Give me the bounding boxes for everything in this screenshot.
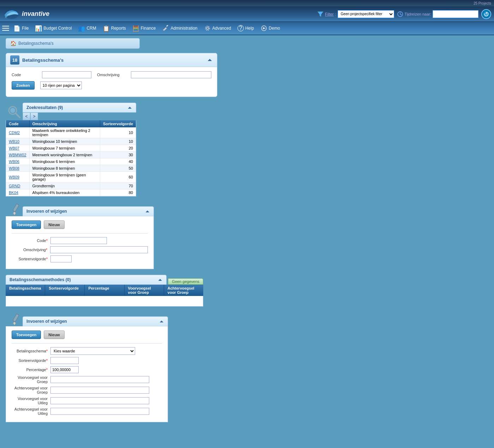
search-section-body: Code Omschrijving Zoeken 10 rijen per pa… bbox=[6, 67, 217, 97]
col-code: Code bbox=[6, 120, 29, 127]
home-icon[interactable]: 🏠 bbox=[10, 41, 16, 46]
betalingsschema-select[interactable]: Kies waarde bbox=[50, 347, 135, 355]
content-area: 🏠 Betalingsschema's 18 Betalingsschema's… bbox=[0, 35, 494, 448]
methods-col-percentage: Percentage bbox=[85, 285, 124, 296]
achtervoegsel-groep-field-row: Achtervoegsel voor Groep bbox=[12, 386, 162, 394]
nav-item-crm[interactable]: 👥 CRM bbox=[75, 24, 99, 33]
rows-per-page-select[interactable]: 10 rijen per pagina 25 rijen per pagina … bbox=[40, 81, 82, 89]
table-cell-code[interactable]: WB06 bbox=[6, 158, 29, 165]
sorteervolgorde-field-row: Sorteervolgorde* bbox=[12, 255, 148, 262]
results-nav-right[interactable]: > bbox=[30, 113, 38, 120]
results-table-container: Code Omschrijving Sorteervolgorde CDM2 M… bbox=[6, 120, 136, 196]
results-collapse-btn[interactable]: ⏶ bbox=[127, 105, 132, 110]
invoer-2-divider bbox=[12, 343, 162, 344]
svg-point-11 bbox=[205, 26, 210, 30]
geen-gegevens-button[interactable]: Geen gegevens bbox=[168, 278, 203, 285]
table-row[interactable]: BK04 Afspitsen 4% bureaukosten 80 bbox=[6, 189, 136, 196]
achtervoegsel-groep-input[interactable] bbox=[50, 387, 149, 394]
omschrijving-input[interactable] bbox=[131, 71, 211, 78]
table-cell-code[interactable]: WB08 bbox=[6, 165, 29, 172]
results-nav-left[interactable]: < bbox=[23, 113, 30, 120]
table-row[interactable]: WB10 Woningbouw 10 termijnen 10 bbox=[6, 138, 136, 145]
invoer-code-input[interactable] bbox=[50, 237, 107, 244]
filter-section: Filter : Geen projectspecifiek filter bbox=[317, 10, 394, 18]
table-cell-sort: 10 bbox=[100, 127, 136, 138]
filter-colon: : bbox=[335, 12, 336, 16]
nav-label-administration: Administration bbox=[170, 26, 197, 31]
nav-item-advanced[interactable]: Advanced bbox=[201, 23, 234, 33]
invoer-sorteervolgorde-label: Sorteervolgorde* bbox=[12, 257, 50, 261]
invoer-2-collapse[interactable]: ⏶ bbox=[159, 319, 164, 324]
omschrijving-label: Omschrijving bbox=[97, 73, 125, 77]
table-cell-code[interactable]: WBMW02 bbox=[6, 152, 29, 158]
sorteervolgorde2-input[interactable] bbox=[50, 357, 79, 364]
demo-icon bbox=[260, 25, 267, 32]
search-button[interactable]: Zoeken bbox=[12, 81, 35, 90]
table-row[interactable]: WB06 Woningbouw 6 termijnen 40 bbox=[6, 158, 136, 165]
achtervoegsel-uitleg-input[interactable] bbox=[50, 408, 149, 415]
add-button-1[interactable]: Toevoegen bbox=[12, 220, 41, 229]
nav-label-budget-control: Budget Control bbox=[43, 26, 72, 31]
filter-select[interactable]: Geen projectspecifiek filter bbox=[338, 10, 394, 18]
methods-header: Betalingsschemamethodes (0) ⏶ bbox=[6, 275, 167, 285]
nav-item-finance[interactable]: 🧮 Finance bbox=[129, 24, 159, 33]
methods-collapse[interactable]: ⏶ bbox=[158, 277, 163, 283]
nav-label-crm: CRM bbox=[86, 26, 96, 31]
voorvoegsel-groep-input[interactable] bbox=[50, 376, 149, 383]
invoer-sorteervolgorde-input[interactable] bbox=[50, 255, 72, 262]
table-row[interactable]: WB08 Woningbouw 8 termijnen 50 bbox=[6, 165, 136, 172]
code-label: Code bbox=[12, 73, 36, 77]
nav-item-reports[interactable]: 📋 Reports bbox=[100, 24, 129, 33]
table-row[interactable]: WB09 Woningbouw 9 termijnen (geen garage… bbox=[6, 172, 136, 183]
logo: invantive bbox=[3, 8, 49, 20]
results-section: Zoekresultaten (9) ⏶ < > Code Omschrijvi… bbox=[6, 103, 136, 196]
table-row[interactable]: GRND Grondtermijn 70 bbox=[6, 183, 136, 189]
new-button-2[interactable]: Nieuw bbox=[44, 331, 64, 339]
voorvoegsel-groep-field-row: Voorvoegsel voor Groep bbox=[12, 375, 162, 384]
table-cell-sort: 50 bbox=[100, 165, 136, 172]
voorvoegsel-uitleg-field-row: Voorvoegsel voor Uitleg bbox=[12, 396, 162, 405]
invoer-omschrijving-label: Omschrijving* bbox=[12, 248, 50, 252]
nav-item-help[interactable]: ? Help bbox=[235, 24, 257, 33]
table-cell-code[interactable]: WB09 bbox=[6, 172, 29, 183]
invoer-omschrijving-input[interactable] bbox=[50, 246, 148, 253]
invoer-1-collapse[interactable]: ⏶ bbox=[145, 208, 150, 214]
achtervoegsel-groep-label: Achtervoegsel voor Groep bbox=[12, 386, 50, 394]
percentage-input[interactable]: 100,00000 bbox=[50, 366, 79, 373]
voorvoegsel-uitleg-input[interactable] bbox=[50, 397, 149, 404]
add-button-2[interactable]: Toevoegen bbox=[12, 331, 41, 339]
new-button-1[interactable]: Nieuw bbox=[44, 220, 64, 229]
results-table: Code Omschrijving Sorteervolgorde CDM2 M… bbox=[6, 120, 136, 196]
methods-col-achtervoegsel: Achtervoegsel voor Groep bbox=[164, 285, 203, 296]
pencil-icon-1 bbox=[6, 202, 23, 216]
nav-label-file: File bbox=[22, 26, 29, 31]
table-cell-code[interactable]: BK04 bbox=[6, 189, 29, 196]
table-cell-sort: 70 bbox=[100, 183, 136, 189]
code-input[interactable] bbox=[42, 71, 91, 78]
nav-item-budget-control[interactable]: 📊 Budget Control bbox=[32, 24, 74, 33]
methods-col-voorvoegsel: Voorvoegsel voor Groep bbox=[125, 285, 164, 296]
table-row[interactable]: CDM2 Maatwerk software ontwikkeling 2 te… bbox=[6, 127, 136, 138]
wrench-icon bbox=[162, 25, 169, 32]
hamburger-button[interactable] bbox=[1, 24, 10, 32]
table-cell-omschrijving: Afspitsen 4% bureaukosten bbox=[29, 189, 100, 196]
voorvoegsel-groep-label: Voorvoegsel voor Groep bbox=[12, 375, 50, 384]
invoer-1-divider bbox=[12, 233, 148, 234]
search-collapse-btn[interactable]: ⏶ bbox=[207, 57, 213, 63]
nav-item-administration[interactable]: Administration bbox=[159, 23, 200, 33]
table-cell-code[interactable]: WB07 bbox=[6, 145, 29, 152]
table-row[interactable]: WBMW02 Meerwerk woningbouw 2 termijnen 3… bbox=[6, 152, 136, 158]
table-cell-code[interactable]: CDM2 bbox=[6, 127, 29, 138]
search-section: 18 Betalingsschema's ⏶ Code Omschrijving… bbox=[6, 53, 217, 97]
methods-section: Betalingsschemamethodes (0) ⏶ Geen gegev… bbox=[6, 275, 203, 307]
power-button[interactable] bbox=[481, 9, 491, 19]
table-row[interactable]: WB07 Woningbouw 7 termijnen 20 bbox=[6, 145, 136, 152]
nav-item-file[interactable]: 📄 File bbox=[11, 24, 31, 33]
percentage-label: Percentage* bbox=[12, 368, 50, 372]
table-cell-code[interactable]: WB10 bbox=[6, 138, 29, 145]
filter-label[interactable]: Filter bbox=[325, 12, 333, 16]
hamburger-line bbox=[2, 30, 9, 31]
table-cell-code[interactable]: GRND bbox=[6, 183, 29, 189]
nav-item-demo[interactable]: Demo bbox=[258, 23, 283, 33]
tijdreizen-input[interactable] bbox=[433, 10, 478, 18]
